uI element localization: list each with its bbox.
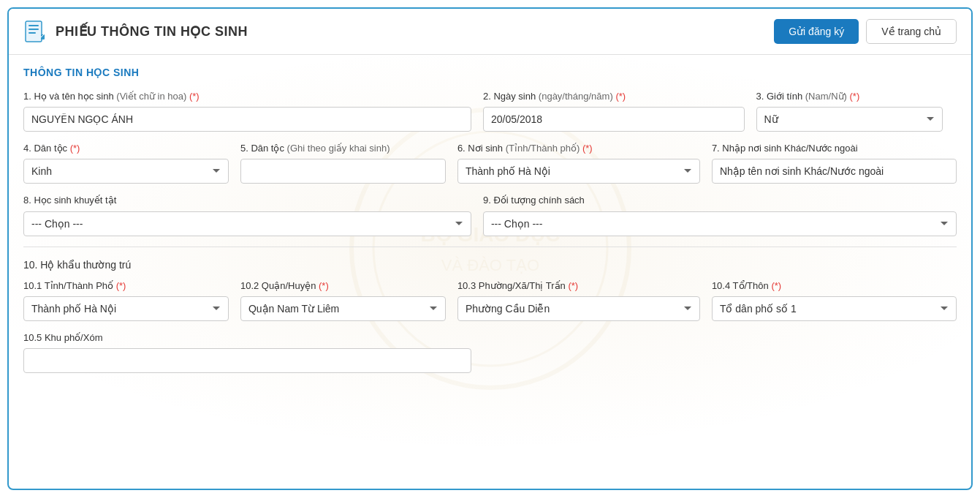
page-header: PHIẾU THÔNG TIN HỌC SINH Gửi đăng ký Về … bbox=[9, 9, 971, 55]
noi-sinh-label: 6. Nơi sinh (Tỉnh/Thành phố) (*) bbox=[457, 142, 700, 155]
dan-toc-select[interactable]: Kinh Tày Thái Mường Khác bbox=[23, 159, 229, 184]
khuyet-tat-group: 8. Học sinh khuyết tật --- Chọn --- Có K… bbox=[23, 194, 471, 236]
page-wrapper: BỘ GIÁO DỤC VÀ ĐÀO TẠO PHIẾU THÔNG TIN H… bbox=[7, 7, 973, 490]
svg-rect-4 bbox=[26, 21, 42, 42]
gioi-tinh-group: 3. Giới tính (Nam/Nữ) (*) Nữ Nam bbox=[756, 90, 943, 132]
to-label: 10.4 Tổ/Thôn (*) bbox=[712, 279, 957, 293]
quan-label: 10.2 Quận/Huyện (*) bbox=[240, 279, 446, 293]
ngay-sinh-label: 2. Ngày sinh (ngày/tháng/năm) (*) bbox=[483, 90, 745, 103]
form-icon bbox=[23, 20, 47, 43]
page-title: PHIẾU THÔNG TIN HỌC SINH bbox=[56, 23, 248, 40]
chinh-sach-group: 9. Đối tượng chính sách --- Chọn --- Đối… bbox=[483, 194, 957, 236]
khu-pho-label: 10.5 Khu phố/Xóm bbox=[23, 331, 471, 345]
quan-group: 10.2 Quận/Huyện (*) Quận Nam Từ Liêm Quậ… bbox=[240, 279, 446, 321]
gioi-tinh-label: 3. Giới tính (Nam/Nữ) (*) bbox=[756, 90, 943, 103]
khuyet-tat-label: 8. Học sinh khuyết tật bbox=[23, 194, 471, 207]
dan-toc-text-group: 5. Dân tộc (Ghi theo giấy khai sinh) bbox=[240, 142, 446, 184]
ngay-sinh-input[interactable] bbox=[483, 107, 745, 132]
form-row-1: 1. Họ và tên học sinh (Viết chữ in hoa) … bbox=[23, 90, 957, 132]
phuong-select[interactable]: Phường Cầu Diễn Phường Mỹ Đình bbox=[457, 296, 700, 321]
dan-toc-text-input[interactable] bbox=[240, 159, 446, 184]
form-row-3: 8. Học sinh khuyết tật --- Chọn --- Có K… bbox=[23, 194, 957, 236]
noi-sinh-khac-label: 7. Nhập nơi sinh Khác/Nước ngoài bbox=[712, 142, 957, 155]
chinh-sach-label: 9. Đối tượng chính sách bbox=[483, 194, 957, 207]
ho-ten-label: 1. Họ và tên học sinh (Viết chữ in hoa) … bbox=[23, 90, 471, 103]
khuyet-tat-select[interactable]: --- Chọn --- Có Không bbox=[23, 211, 471, 236]
form-body: THÔNG TIN HỌC SINH 1. Họ và tên học sinh… bbox=[9, 55, 971, 398]
form-row-hokh: 10.1 Tỉnh/Thành Phố (*) Thành phố Hà Nội… bbox=[23, 279, 957, 321]
ho-khau-title: 10. Hộ khẩu thường trú bbox=[23, 259, 957, 271]
to-select[interactable]: Tổ dân phố số 1 Tổ dân phố số 2 bbox=[712, 296, 957, 321]
section-title: THÔNG TIN HỌC SINH bbox=[23, 67, 957, 78]
khu-pho-group: 10.5 Khu phố/Xóm bbox=[23, 331, 471, 373]
header-left: PHIẾU THÔNG TIN HỌC SINH bbox=[23, 20, 248, 43]
gioi-tinh-select[interactable]: Nữ Nam bbox=[756, 107, 943, 132]
dan-toc-select-label: 4. Dân tộc (*) bbox=[23, 142, 229, 155]
form-row-khupho: 10.5 Khu phố/Xóm bbox=[23, 331, 957, 373]
ngay-sinh-group: 2. Ngày sinh (ngày/tháng/năm) (*) bbox=[483, 90, 745, 132]
noi-sinh-group: 6. Nơi sinh (Tỉnh/Thành phố) (*) Thành p… bbox=[457, 142, 700, 184]
form-row-2: 4. Dân tộc (*) Kinh Tày Thái Mường Khác … bbox=[23, 142, 957, 184]
noi-sinh-select[interactable]: Thành phố Hà Nội Thành phố Hồ Chí Minh T… bbox=[457, 159, 700, 184]
section-divider bbox=[23, 247, 957, 247]
noi-sinh-khac-input[interactable] bbox=[712, 159, 957, 184]
home-button[interactable]: Về trang chủ bbox=[866, 19, 957, 44]
khu-pho-input[interactable] bbox=[23, 348, 471, 373]
to-group: 10.4 Tổ/Thôn (*) Tổ dân phố số 1 Tổ dân … bbox=[712, 279, 957, 321]
ho-ten-input[interactable] bbox=[23, 107, 471, 132]
svg-rect-7 bbox=[29, 32, 36, 34]
ho-ten-group: 1. Họ và tên học sinh (Viết chữ in hoa) … bbox=[23, 90, 471, 132]
phuong-label: 10.3 Phường/Xã/Thị Trấn (*) bbox=[457, 279, 700, 293]
chinh-sach-select[interactable]: --- Chọn --- Đối tượng 1 Đối tượng 2 bbox=[483, 211, 957, 236]
phuong-group: 10.3 Phường/Xã/Thị Trấn (*) Phường Cầu D… bbox=[457, 279, 700, 321]
tinh-group: 10.1 Tỉnh/Thành Phố (*) Thành phố Hà Nội… bbox=[23, 279, 229, 321]
tinh-label: 10.1 Tỉnh/Thành Phố (*) bbox=[23, 279, 229, 293]
tinh-select[interactable]: Thành phố Hà Nội Thành phố Hồ Chí Minh bbox=[23, 296, 229, 321]
svg-rect-5 bbox=[29, 25, 39, 26]
noi-sinh-khac-group: 7. Nhập nơi sinh Khác/Nước ngoài bbox=[712, 142, 957, 184]
dan-toc-text-label: 5. Dân tộc (Ghi theo giấy khai sinh) bbox=[240, 142, 446, 155]
quan-select[interactable]: Quận Nam Từ Liêm Quận Cầu Giấy bbox=[240, 296, 446, 321]
svg-rect-6 bbox=[29, 29, 39, 30]
dan-toc-select-group: 4. Dân tộc (*) Kinh Tày Thái Mường Khác bbox=[23, 142, 229, 184]
submit-button[interactable]: Gửi đăng ký bbox=[774, 19, 859, 44]
header-buttons: Gửi đăng ký Về trang chủ bbox=[774, 19, 957, 44]
